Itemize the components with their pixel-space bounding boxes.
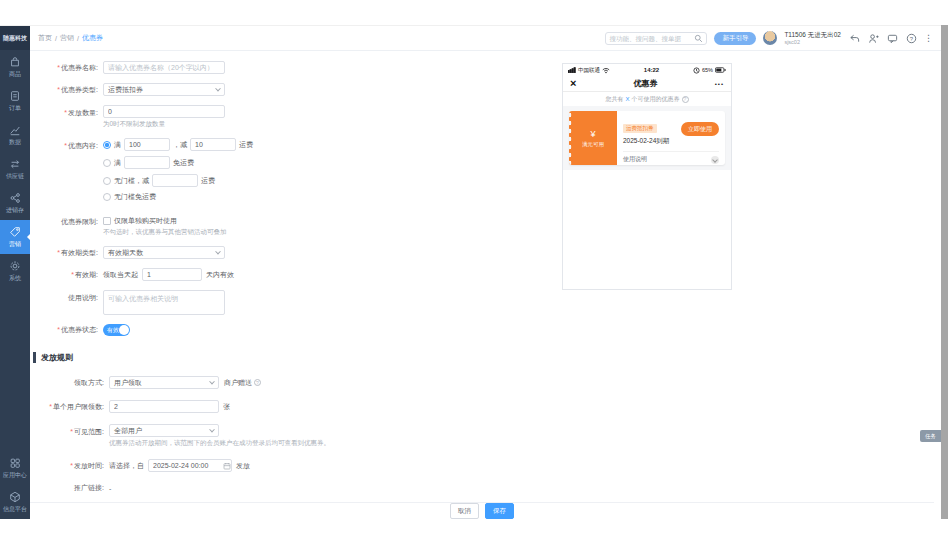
user-account: sjsc02	[784, 39, 841, 45]
radio-selected-icon[interactable]	[103, 141, 111, 149]
radio-icon[interactable]	[103, 159, 111, 167]
issue-quantity-input[interactable]	[108, 108, 220, 115]
visibility-value: 全部用户	[114, 426, 142, 436]
sidebar-item-system[interactable]: 系统	[0, 254, 30, 288]
exchange-arrows-icon	[9, 158, 21, 170]
chevron-down-icon	[209, 426, 215, 432]
question-circle-icon[interactable]: ?	[682, 96, 689, 103]
issue-time-input[interactable]	[153, 462, 223, 469]
user-info[interactable]: T11506 无进无出02 sjsc02	[784, 31, 841, 45]
sidebar-item-app-center[interactable]: 应用中心	[0, 451, 30, 485]
info-text: 个可使用的优惠券	[632, 95, 680, 104]
restriction-checkbox-row[interactable]: 仅限单独购买时使用	[103, 216, 227, 226]
status-time: 14:22	[612, 67, 691, 73]
issue-time-datepicker[interactable]	[148, 459, 232, 472]
field-label-validity-type: 有效期类型:	[30, 248, 98, 258]
bag-icon	[9, 56, 21, 68]
no-threshold-deduct-input[interactable]	[157, 177, 193, 184]
free-shipping-threshold-input[interactable]	[129, 159, 165, 166]
breadcrumb-separator: /	[55, 35, 57, 42]
task-side-tab[interactable]: 任务	[920, 430, 941, 442]
breadcrumb-section[interactable]: 营销	[60, 33, 74, 43]
radio-icon[interactable]	[103, 177, 111, 185]
validity-type-select[interactable]: 有效期天数	[103, 246, 225, 259]
option-text: 满	[114, 140, 121, 150]
sidebar-item-label: 商品	[9, 70, 21, 79]
claim-method-select[interactable]: 用户领取	[109, 376, 219, 389]
deduct-amount-field	[190, 138, 236, 151]
coupon-form: 优惠券名称: 优惠券类型: 运费抵扣券 发放数量: 为0时不限制	[30, 51, 941, 503]
side-note-text: 商户赠送	[224, 378, 252, 388]
sidebar-item-supply-chain[interactable]: 供应链	[0, 152, 30, 186]
cancel-button[interactable]: 取消	[450, 503, 479, 519]
field-label-coupon-status: 优惠券状态:	[30, 325, 98, 335]
more-menu-icon[interactable]: ⋮	[924, 33, 933, 43]
sidebar-item-marketing[interactable]: 营销	[0, 220, 30, 254]
coupon-content-option-threshold-deduct[interactable]: 满 ，减 运费	[103, 138, 253, 151]
save-button[interactable]: 保存	[485, 503, 514, 519]
sidebar-item-label: 供应链	[6, 172, 24, 181]
coupon-name-input[interactable]	[108, 64, 220, 71]
option-text: 运费	[201, 176, 215, 186]
coupon-status-toggle[interactable]: 有效	[103, 324, 130, 336]
breadcrumb-separator: /	[77, 35, 79, 42]
avatar[interactable]	[763, 31, 777, 45]
field-label-coupon-name: 优惠券名称:	[30, 63, 98, 73]
breadcrumb-home[interactable]: 首页	[38, 33, 52, 43]
toggle-label: 有效	[107, 326, 119, 335]
svg-text:?: ?	[909, 35, 913, 41]
sidebar-item-data[interactable]: 数据	[0, 118, 30, 152]
coupon-type-value: 运费抵扣券	[108, 85, 143, 95]
validity-type-value: 有效期天数	[108, 248, 143, 258]
usage-note-textarea[interactable]	[103, 290, 225, 315]
threshold-amount-input[interactable]	[129, 141, 165, 148]
coupon-content-option-no-threshold-deduct[interactable]: 无门槛，减 运费	[103, 174, 253, 187]
scrollbar-strip[interactable]	[941, 25, 948, 519]
validity-suffix: 天内有效	[206, 270, 234, 280]
restriction-checkbox-label: 仅限单独购买时使用	[114, 216, 177, 226]
no-threshold-deduct-field	[152, 174, 198, 187]
sidebar: 随惠科技 商品 订单 数据 供应链 进销存	[0, 26, 30, 519]
visibility-select[interactable]: 全部用户	[109, 424, 219, 437]
coupon-content-option-threshold-free[interactable]: 满 免运费	[103, 156, 253, 169]
per-user-limit-input[interactable]	[114, 403, 214, 410]
mobile-preview-panel: 中国联通 14:22 65% × 优惠券 ••• 您共有 X 个可使用的优惠券 …	[562, 63, 732, 290]
option-text: 满	[114, 158, 121, 168]
issue-quantity-field	[103, 105, 225, 118]
coupon-card-left: ¥ 满元可用	[569, 111, 617, 165]
validity-days-input[interactable]	[147, 271, 197, 278]
coupon-note-row[interactable]: 使用说明	[623, 151, 719, 164]
threshold-amount-field	[124, 138, 170, 151]
checkbox-icon[interactable]	[103, 217, 111, 225]
issue-quantity-hint: 为0时不限制发放数量	[103, 120, 225, 129]
use-now-button[interactable]: 立即使用	[681, 122, 719, 136]
radio-icon[interactable]	[103, 193, 111, 201]
app-frame: 随惠科技 商品 订单 数据 供应链 进销存	[0, 25, 941, 519]
promo-link-value: -	[109, 485, 111, 492]
carrier-label: 中国联通	[578, 67, 600, 74]
battery-percent: 65%	[702, 67, 713, 73]
phone-nav-bar: × 优惠券 •••	[563, 76, 731, 92]
sidebar-item-inventory[interactable]: 进销存	[0, 186, 30, 220]
breadcrumb-current: 优惠券	[82, 33, 103, 43]
coupon-note-label: 使用说明	[623, 155, 647, 164]
sidebar-item-info-platform[interactable]: 信息平台	[0, 485, 30, 519]
help-icon[interactable]: ?	[905, 32, 917, 44]
sidebar-item-orders[interactable]: 订单	[0, 84, 30, 118]
search-input[interactable]	[609, 35, 694, 42]
search-icon[interactable]	[694, 34, 703, 43]
switch-account-icon[interactable]	[848, 32, 860, 44]
sidebar-item-goods[interactable]: 商品	[0, 50, 30, 84]
coupon-type-select[interactable]: 运费抵扣券	[103, 83, 225, 96]
sidebar-item-label: 系统	[9, 274, 21, 283]
expand-chevron-icon[interactable]	[711, 156, 719, 164]
deduct-amount-input[interactable]	[195, 141, 231, 148]
more-dots-icon[interactable]: •••	[715, 81, 724, 87]
visibility-hint: 优惠券活动开放期间，该范围下的会员账户在成功登录后均可查看到优惠券。	[109, 439, 330, 448]
question-circle-icon[interactable]: ?	[254, 379, 261, 386]
message-icon[interactable]	[886, 32, 898, 44]
coupon-card-right: 运费抵扣券 2025-02-24到期 立即使用 使用说明	[617, 111, 725, 165]
beginner-guide-button[interactable]: 新手引导	[714, 32, 756, 45]
contacts-icon[interactable]	[867, 32, 879, 44]
coupon-content-option-no-threshold-free[interactable]: 无门槛免运费	[103, 192, 253, 202]
